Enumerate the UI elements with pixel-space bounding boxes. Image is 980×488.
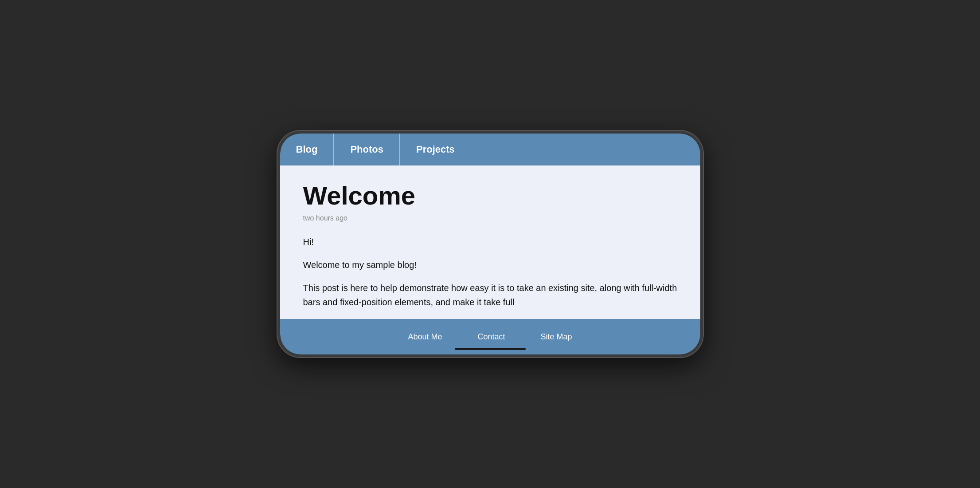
post-body: Hi! Welcome to my sample blog! This post… <box>303 235 677 309</box>
nav-item-photos[interactable]: Photos <box>333 134 399 165</box>
post-paragraph-3: This post is here to help demonstrate ho… <box>303 281 677 309</box>
phone-screen: Blog Photos Projects Welcome two hours a… <box>280 134 700 354</box>
post-paragraph-1: Hi! <box>303 235 677 249</box>
nav-item-blog[interactable]: Blog <box>280 134 334 165</box>
power-button[interactable] <box>700 207 703 238</box>
post-paragraph-2: Welcome to my sample blog! <box>303 258 677 272</box>
footer-item-contact[interactable]: Contact <box>477 332 505 342</box>
home-indicator[interactable] <box>455 348 526 350</box>
post-title: Welcome <box>303 181 677 210</box>
volume-up-button[interactable] <box>277 196 280 213</box>
nav-item-projects[interactable]: Projects <box>399 134 471 165</box>
nav-bar: Blog Photos Projects <box>280 134 700 165</box>
post-timestamp: two hours ago <box>303 214 677 222</box>
volume-down-button[interactable] <box>277 220 280 238</box>
footer-item-about-me[interactable]: About Me <box>408 332 442 342</box>
footer-bar: About Me Contact Site Map <box>280 319 700 354</box>
main-content: Welcome two hours ago Hi! Welcome to my … <box>280 165 700 319</box>
footer-item-site-map[interactable]: Site Map <box>541 332 572 342</box>
phone-frame: Blog Photos Projects Welcome two hours a… <box>277 131 703 357</box>
